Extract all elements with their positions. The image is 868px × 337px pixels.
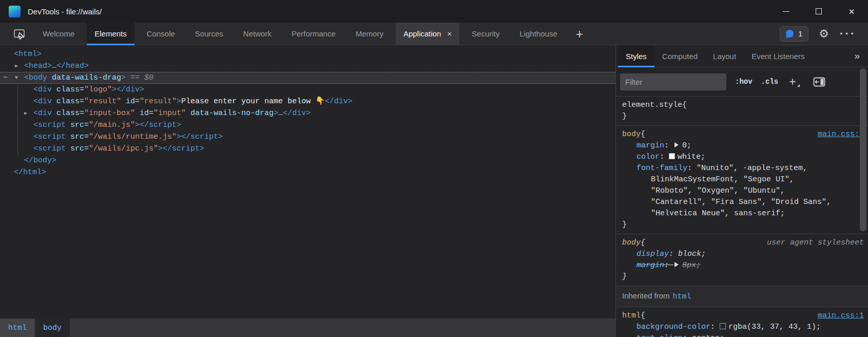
more-tabs-chevron[interactable]: »: [854, 50, 860, 62]
css-property[interactable]: background-color: rgba(33, 37, 43, 1);: [622, 322, 864, 333]
tree-node[interactable]: ▶<head>…</head>: [0, 60, 615, 72]
sidebar-tab-layout[interactable]: Layout: [705, 45, 744, 67]
devtools-toolbar: WelcomeElementsConsoleSourcesNetworkPerf…: [0, 23, 868, 45]
tree-node[interactable]: <script src="/main.js"></script>: [0, 119, 615, 131]
css-rule: element.style {}: [616, 97, 868, 126]
minimize-button[interactable]: [769, 0, 802, 23]
tab-label: Network: [243, 29, 272, 38]
styles-sidebar: StylesComputedLayoutEvent Listeners» :ho…: [616, 45, 868, 337]
filter-input[interactable]: [620, 73, 726, 90]
sidebar-tab-computed[interactable]: Computed: [654, 45, 705, 67]
more-options-button[interactable]: •••: [839, 30, 856, 38]
css-property[interactable]: text-align: center;: [622, 333, 864, 337]
expand-arrow-icon[interactable]: ▶: [24, 107, 33, 119]
css-selector[interactable]: element.style: [622, 100, 682, 111]
breadcrumb-item-body[interactable]: body: [35, 319, 70, 337]
tab-performance[interactable]: Performance: [284, 23, 343, 45]
window-controls: ✕: [769, 0, 868, 23]
new-style-rule-button[interactable]: +: [787, 75, 798, 89]
code-token: "input": [153, 109, 186, 118]
code-token: <div: [33, 85, 52, 94]
tree-node[interactable]: <div class="result" id="result">Please e…: [0, 96, 615, 107]
stylesheet-link[interactable]: main.css:1: [818, 310, 864, 322]
tab-label: Welcome: [43, 29, 74, 38]
node-menu-dots-icon[interactable]: ⋯: [3, 72, 8, 83]
scrollbar-thumb[interactable]: [860, 68, 866, 231]
tree-node[interactable]: ▶<div class="input-box" id="input" data-…: [0, 107, 615, 119]
code-token: Please enter your name below 👇: [181, 97, 325, 106]
css-property[interactable]: margin: 0;: [622, 140, 864, 152]
toggle-sidebar-icon: [813, 77, 825, 87]
toggle-sidebar-button[interactable]: [813, 77, 825, 87]
sidebar-tab-styles[interactable]: Styles: [618, 45, 654, 67]
more-tools-button[interactable]: +: [570, 24, 590, 44]
tab-welcome[interactable]: Welcome: [35, 23, 82, 45]
css-rule: html {main.css:1background-color: rgba(3…: [616, 307, 868, 337]
tree-node[interactable]: </body>: [0, 155, 615, 166]
sidebar-tabs: StylesComputedLayoutEvent Listeners»: [616, 45, 868, 67]
code-token: …: [278, 109, 283, 118]
badge-count: 1: [798, 29, 802, 38]
tab-memory[interactable]: Memory: [348, 23, 391, 45]
class-toggle[interactable]: .cls: [761, 78, 779, 86]
expand-value-arrow-icon[interactable]: [674, 142, 679, 147]
tab-network[interactable]: Network: [236, 23, 279, 45]
tab-application[interactable]: Application×: [396, 23, 459, 45]
tab-elements[interactable]: Elements: [87, 23, 134, 45]
close-tab-icon[interactable]: ×: [447, 29, 452, 38]
tab-label: Memory: [356, 29, 383, 38]
content-area: <html>▶<head>…</head>⋯▼<body data-wails-…: [0, 45, 868, 337]
tab-label: Elements: [94, 29, 127, 38]
css-property[interactable]: margin: 8px;: [622, 260, 864, 271]
expand-arrow-icon[interactable]: ▼: [15, 72, 24, 83]
css-selector[interactable]: body: [622, 237, 641, 249]
tree-node[interactable]: ⋯▼<body data-wails-drag> == $0: [0, 72, 615, 84]
tree-node[interactable]: <html>: [0, 48, 615, 60]
code-token: "/main.js": [89, 121, 135, 129]
expand-value-arrow-icon[interactable]: [674, 262, 679, 267]
css-property[interactable]: display: block;: [622, 249, 864, 260]
color-swatch[interactable]: [669, 153, 675, 159]
code-token: …: [52, 62, 56, 70]
code-token: "/wails/ipc.js": [89, 144, 158, 153]
tree-node[interactable]: <div class="logo"></div>: [0, 84, 615, 96]
close-button[interactable]: ✕: [835, 0, 868, 23]
css-rule: body {user agent stylesheetdisplay: bloc…: [616, 234, 868, 286]
css-property[interactable]: font-family: "Nunito", -apple-system, Bl…: [622, 163, 864, 219]
title-bar: DevTools - file://wails/ ✕: [0, 0, 868, 23]
css-rule: body {main.css:7margin: 0;color: white;f…: [616, 126, 868, 234]
code-token: </body>: [24, 156, 56, 165]
pseudo-state-toggle[interactable]: :hov: [735, 78, 753, 86]
code-token: <head>: [24, 62, 52, 70]
code-token: == $0: [126, 73, 153, 82]
tab-sources[interactable]: Sources: [187, 23, 231, 45]
stylesheet-link[interactable]: main.css:7: [818, 129, 864, 140]
css-selector[interactable]: html: [622, 310, 641, 322]
tree-node[interactable]: <script src="/wails/ipc.js"></script>: [0, 143, 615, 155]
sidebar-tab-event-listeners[interactable]: Event Listeners: [744, 45, 812, 67]
maximize-button[interactable]: [802, 0, 835, 23]
inherited-node-link[interactable]: html: [673, 292, 691, 301]
expand-arrow-icon[interactable]: ▶: [15, 60, 24, 72]
color-swatch[interactable]: [720, 323, 726, 329]
code-token: <body: [24, 73, 47, 82]
css-property[interactable]: color: white;: [622, 152, 864, 163]
tab-console[interactable]: Console: [139, 23, 183, 45]
tree-node[interactable]: <script src="/wails/runtime.js"></script…: [0, 131, 615, 143]
tab-security[interactable]: Security: [464, 23, 507, 45]
breadcrumb-item-html[interactable]: html: [0, 319, 35, 337]
settings-button[interactable]: ⚙: [819, 27, 829, 40]
code-token: </html>: [14, 168, 46, 177]
code-token: "logo": [84, 85, 112, 94]
tab-lighthouse[interactable]: Lighthouse: [512, 23, 565, 45]
code-token: src=: [66, 144, 89, 153]
inspect-element-button[interactable]: [9, 23, 30, 45]
maximize-icon: [816, 8, 822, 14]
tree-node[interactable]: </html>: [0, 166, 615, 178]
feedback-bubble-icon: [786, 30, 794, 38]
code-token: "result": [84, 97, 121, 106]
elements-panel: <html>▶<head>…</head>⋯▼<body data-wails-…: [0, 45, 616, 337]
activity-badge[interactable]: 1: [780, 26, 808, 42]
code-token: <script: [33, 144, 66, 153]
css-selector[interactable]: body: [622, 129, 641, 140]
